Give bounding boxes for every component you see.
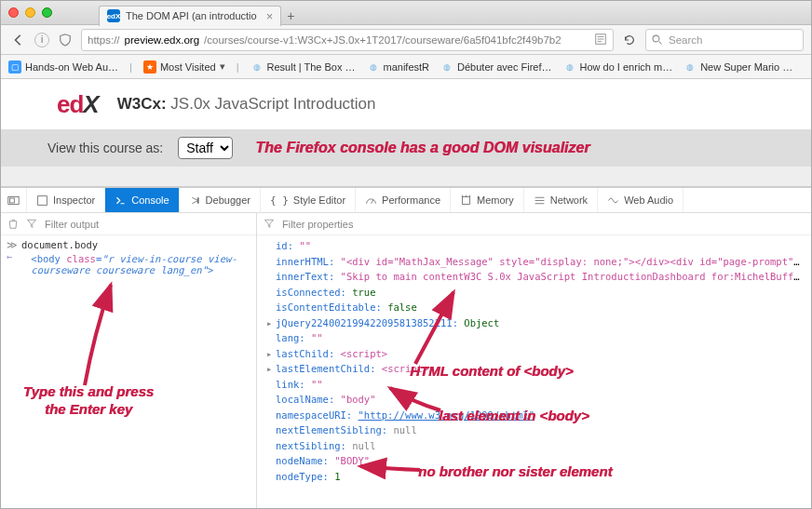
tab-debugger[interactable]: Debugger	[180, 188, 261, 212]
bookmark-item[interactable]: ◍manifestR	[367, 60, 430, 74]
console-output: <body class="r view-in-course view- cour…	[16, 253, 237, 275]
tab-memory[interactable]: Memory	[451, 188, 524, 212]
globe-icon: ◍	[440, 60, 453, 74]
property-row[interactable]: id: ""	[266, 238, 802, 254]
view-as-select[interactable]: Staff	[178, 137, 233, 159]
property-row[interactable]: ▸lastChild: <script>	[266, 346, 802, 362]
property-row[interactable]: nextSibling: null	[266, 438, 802, 454]
svg-point-4	[653, 35, 659, 42]
bookmark-item[interactable]: ◍How do I enrich m…	[563, 60, 673, 74]
edx-subheader	[1, 167, 811, 187]
search-placeholder: Search	[669, 34, 702, 46]
edx-header: edX W3Cx: JS.0x JavaScript Introduction	[1, 79, 811, 129]
tab-title: The DOM API (an introductio	[126, 10, 257, 21]
filter-output-label[interactable]: Filter output	[45, 219, 99, 230]
bookmark-label: New Super Mario …	[700, 61, 792, 73]
bookmark-separator: |	[129, 61, 132, 73]
minimize-window-button[interactable]	[25, 7, 35, 18]
info-button[interactable]: i	[34, 33, 49, 47]
props-filter-row: Filter properties	[257, 213, 811, 235]
property-row[interactable]: isContentEditable: false	[266, 300, 802, 315]
bookmark-label: Débuter avec Firef…	[457, 61, 551, 73]
property-row[interactable]: innerHTML: "<div id="MathJax_Message" st…	[266, 254, 802, 270]
edx-favicon: edX	[107, 9, 120, 22]
property-row[interactable]: lang: ""	[266, 330, 802, 346]
url-input[interactable]: https://preview.edx.org/courses/course-v…	[81, 29, 614, 51]
back-button[interactable]	[8, 30, 29, 50]
bookmark-item[interactable]: ◍Débuter avec Firef…	[440, 60, 551, 74]
property-row[interactable]: localName: "body"	[266, 392, 802, 408]
svg-rect-11	[462, 196, 469, 204]
property-row[interactable]: namespaceURI: "http://www.w3.org/1999/xh…	[266, 408, 802, 423]
close-tab-icon[interactable]: ×	[266, 9, 274, 23]
properties-list[interactable]: id: ""innerHTML: "<div id="MathJax_Messa…	[257, 235, 811, 509]
bookmark-item[interactable]: ◍New Super Mario …	[683, 60, 792, 74]
filter-props-label[interactable]: Filter properties	[282, 219, 353, 230]
console-filter-row: Filter output	[1, 213, 256, 235]
tab-network[interactable]: Network	[524, 188, 598, 212]
course-code: W3Cx:	[117, 95, 167, 113]
bookmark-item[interactable]: ▢Hands-on Web Au…	[8, 60, 118, 74]
bookmark-favicon: ▢	[8, 60, 21, 74]
devtools-iframe-picker[interactable]	[1, 188, 27, 212]
bookmark-label: How do I enrich m…	[580, 61, 673, 73]
url-path: /courses/course-v1:W3Cx+JS.0x+1T2017/cou…	[204, 34, 562, 46]
tab-style-editor[interactable]: { } Style Editor	[261, 188, 356, 212]
console-output-line: ← <body class="r view-in-course view- co…	[7, 250, 250, 275]
tab-inspector[interactable]: Inspector	[27, 188, 105, 212]
view-as-bar: View this course as: Staff The Firefox c…	[1, 129, 811, 167]
reload-button[interactable]	[619, 30, 640, 50]
console-input-line: ≫ document.body	[7, 239, 250, 250]
course-title: W3Cx: JS.0x JavaScript Introduction	[117, 95, 376, 114]
tab-web-audio[interactable]: Web Audio	[598, 188, 683, 212]
tab-label: Style Editor	[293, 194, 345, 206]
property-row[interactable]: innerText: "Skip to main contentW3C S.0x…	[266, 269, 802, 285]
annotation-dom-visualizer: The Firefox console has a good DOM visua…	[255, 140, 589, 156]
url-domain: preview.edx.org	[125, 34, 200, 46]
property-row[interactable]: link: ""	[266, 377, 802, 393]
search-input[interactable]: Search	[645, 29, 804, 51]
filter-icon	[264, 218, 275, 231]
clear-console-button[interactable]	[7, 218, 19, 231]
svg-line-5	[659, 41, 662, 44]
filter-icon	[26, 218, 37, 231]
bookmark-label: Most Visited	[160, 61, 216, 73]
edx-logo: edX	[57, 90, 99, 119]
bookmark-label: Hands-on Web Au…	[25, 61, 118, 73]
zoom-window-button[interactable]	[42, 7, 52, 18]
console-body[interactable]: ≫ document.body ← <body class="r view-in…	[1, 235, 256, 509]
property-row[interactable]: nodeType: 1	[266, 469, 802, 485]
shield-button[interactable]	[55, 30, 75, 50]
property-row[interactable]: nextElementSibling: null	[266, 422, 802, 438]
tab-performance[interactable]: Performance	[356, 188, 451, 212]
property-row[interactable]: nodeName: "BODY"	[266, 453, 802, 469]
course-desc: JS.0x JavaScript Introduction	[170, 95, 375, 113]
properties-panel: Filter properties id: ""innerHTML: "<div…	[257, 213, 811, 509]
bookmark-item[interactable]: ★Most Visited ▾	[143, 60, 225, 74]
prompt-out-icon: ←	[7, 250, 12, 275]
tab-label: Inspector	[53, 194, 95, 206]
svg-rect-8	[38, 195, 47, 205]
property-row[interactable]: ▸lastElementChild: <script>	[266, 361, 802, 377]
close-window-button[interactable]	[8, 7, 19, 18]
svg-rect-7	[9, 198, 14, 203]
tab-label: Console	[131, 194, 169, 206]
console-panel: Filter output ≫ document.body ← <body cl…	[1, 213, 257, 509]
devtools-body: Filter output ≫ document.body ← <body cl…	[1, 213, 811, 509]
tab-label: Memory	[477, 194, 514, 206]
view-as-label: View this course as:	[47, 141, 163, 155]
browser-tab[interactable]: edX The DOM API (an introductio ×	[99, 6, 281, 26]
new-tab-button[interactable]: +	[287, 8, 294, 23]
bookmark-item[interactable]: ◍Result | The Box …	[250, 60, 356, 74]
url-toolbar: i https://preview.edx.org/courses/course…	[1, 25, 811, 55]
property-row[interactable]: ▸jQuery224002199422095813852211: Object	[266, 315, 802, 331]
tab-console[interactable]: Console	[105, 188, 179, 212]
tab-label: Web Audio	[624, 194, 673, 206]
property-row[interactable]: isConnected: true	[266, 285, 802, 301]
bookmarks-bar: ▢Hands-on Web Au… | ★Most Visited ▾ | ◍R…	[1, 55, 811, 79]
tab-label: Network	[550, 194, 588, 206]
bookmark-label: Result | The Box …	[267, 61, 356, 73]
reader-mode-icon[interactable]	[594, 33, 607, 47]
svg-line-10	[372, 199, 373, 203]
globe-icon: ◍	[250, 60, 264, 74]
